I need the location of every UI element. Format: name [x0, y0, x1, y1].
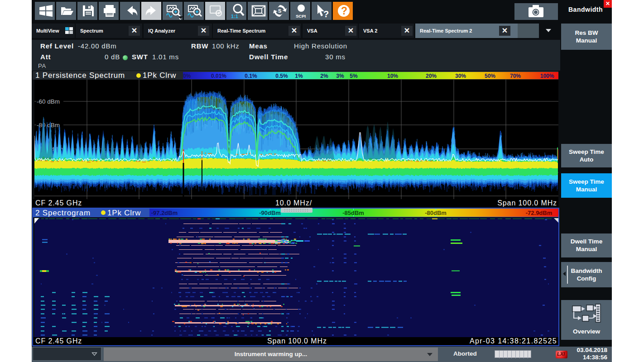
svg-text:?: ? — [323, 9, 329, 19]
svg-text:1:1: 1:1 — [231, 14, 238, 19]
svg-text:?: ? — [341, 5, 347, 17]
svg-text:SCPI: SCPI — [296, 14, 306, 19]
svg-text:-80 dBm: -80 dBm — [37, 122, 60, 129]
svg-text:S: S — [278, 8, 281, 14]
svg-text:-60 dBm: -60 dBm — [37, 98, 60, 105]
